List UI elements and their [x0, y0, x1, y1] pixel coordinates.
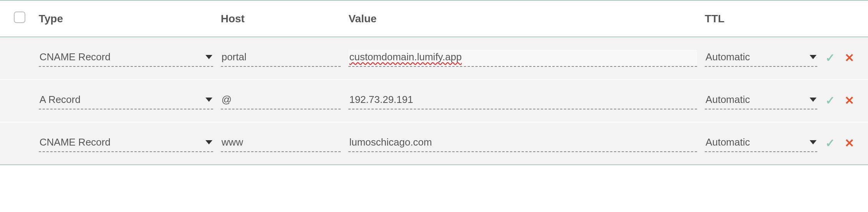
type-select-label: CNAME Record [40, 51, 202, 63]
host-input[interactable]: portal [221, 50, 341, 67]
table-body: CNAME Record portal customdomain.lumify.… [0, 37, 868, 165]
delete-icon[interactable]: ✕ [845, 95, 854, 106]
table-row: CNAME Record portal customdomain.lumify.… [0, 37, 868, 80]
ttl-select-label: Automatic [706, 136, 806, 148]
ttl-select[interactable]: Automatic [705, 92, 817, 109]
dns-records-table: Type Host Value TTL CNAME Record portal [0, 0, 868, 165]
delete-icon[interactable]: ✕ [845, 52, 854, 64]
host-input-value: portal [222, 51, 340, 63]
chevron-down-icon [205, 140, 212, 144]
value-input-value: customdomain.lumify.app [349, 51, 462, 63]
ttl-select-label: Automatic [706, 94, 806, 106]
column-header-type: Type [35, 0, 217, 37]
delete-icon[interactable]: ✕ [845, 137, 854, 149]
value-input-value: lumoschicago.com [349, 136, 696, 148]
host-input[interactable]: www [221, 135, 341, 152]
ttl-select[interactable]: Automatic [705, 135, 817, 152]
table-row: CNAME Record www lumoschicago.com Automa… [0, 122, 868, 165]
confirm-icon[interactable]: ✓ [825, 52, 835, 64]
host-input[interactable]: @ [221, 92, 341, 109]
column-header-actions [821, 0, 868, 37]
type-select[interactable]: A Record [39, 92, 213, 109]
chevron-down-icon [810, 140, 817, 144]
table-row: A Record @ 192.73.29.191 Automatic [0, 80, 868, 122]
type-select-label: A Record [40, 94, 202, 106]
chevron-down-icon [810, 55, 817, 59]
value-input[interactable]: 192.73.29.191 [348, 92, 697, 109]
ttl-select-label: Automatic [706, 51, 806, 63]
column-header-value: Value [345, 0, 701, 37]
chevron-down-icon [205, 55, 212, 59]
host-input-value: @ [222, 94, 340, 106]
confirm-icon[interactable]: ✓ [825, 137, 835, 149]
select-all-checkbox[interactable] [14, 12, 25, 23]
host-input-value: www [222, 136, 340, 148]
value-input-value: 192.73.29.191 [349, 94, 696, 106]
column-header-host: Host [217, 0, 345, 37]
value-input[interactable]: lumoschicago.com [348, 135, 697, 152]
chevron-down-icon [205, 98, 212, 102]
type-select[interactable]: CNAME Record [39, 50, 213, 67]
type-select[interactable]: CNAME Record [39, 135, 213, 152]
confirm-icon[interactable]: ✓ [825, 95, 835, 106]
chevron-down-icon [810, 98, 817, 102]
column-header-ttl: TTL [701, 0, 821, 37]
value-input[interactable]: customdomain.lumify.app [348, 50, 697, 67]
type-select-label: CNAME Record [40, 136, 202, 148]
ttl-select[interactable]: Automatic [705, 50, 817, 67]
table-header-row: Type Host Value TTL [0, 0, 868, 37]
